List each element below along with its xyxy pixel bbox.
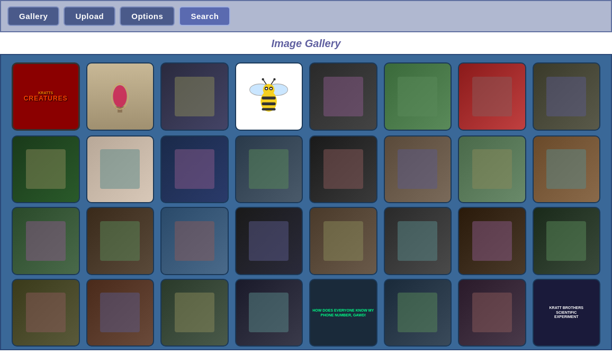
- top-nav-bar: Gallery Upload Options Search: [0, 0, 612, 32]
- thumbnail-7[interactable]: [458, 62, 526, 131]
- svg-rect-7: [262, 96, 276, 99]
- thumbnail-10[interactable]: [86, 135, 155, 204]
- svg-point-16: [262, 78, 264, 80]
- thumbnail-18[interactable]: [86, 207, 155, 275]
- thumbnail-24[interactable]: [533, 207, 601, 275]
- thumbnail-32[interactable]: KRATT BROTHERSSCIENTIFICEXPERIMENT: [533, 279, 601, 347]
- thumbnail-28[interactable]: [235, 279, 303, 347]
- thumbnail-26[interactable]: [86, 279, 155, 347]
- thumbnail-4[interactable]: [235, 62, 303, 131]
- page-title: Image Gallery: [0, 32, 612, 54]
- svg-point-13: [266, 87, 267, 89]
- thumbnail-5[interactable]: [309, 62, 377, 131]
- thumbnail-2[interactable]: [86, 62, 155, 131]
- svg-rect-8: [262, 102, 276, 105]
- thumbnail-19[interactable]: [160, 207, 229, 275]
- thumbnail-3[interactable]: [160, 62, 229, 131]
- search-button[interactable]: Search: [179, 6, 230, 26]
- thumbnail-21[interactable]: [309, 207, 377, 275]
- svg-point-3: [113, 85, 127, 107]
- thumbnail-25[interactable]: [12, 279, 80, 347]
- thumbnail-6[interactable]: [384, 62, 452, 131]
- svg-rect-9: [262, 108, 276, 110]
- thumbnail-31[interactable]: [458, 279, 526, 347]
- thumbnail-27[interactable]: [160, 279, 229, 347]
- thumbnail-14[interactable]: [384, 135, 452, 204]
- upload-button[interactable]: Upload: [64, 6, 115, 26]
- thumbnail-17[interactable]: [12, 207, 80, 275]
- thumbnail-23[interactable]: [458, 207, 526, 275]
- gallery-button[interactable]: Gallery: [7, 6, 59, 26]
- svg-point-10: [263, 84, 275, 95]
- image-gallery: kratts CREATURES: [0, 54, 612, 350]
- svg-point-18: [273, 78, 275, 80]
- thumbnail-12[interactable]: [235, 135, 303, 204]
- thumbnail-9[interactable]: [12, 135, 80, 204]
- thumbnail-20[interactable]: [235, 207, 303, 275]
- thumbnail-13[interactable]: [309, 135, 377, 204]
- options-button[interactable]: Options: [120, 6, 175, 26]
- thumbnail-22[interactable]: [384, 207, 452, 275]
- thumbnail-29[interactable]: HOW DOES EVERYONE KNOW MY PHONE NUMBER, …: [309, 279, 377, 347]
- thumbnail-8[interactable]: [533, 62, 601, 131]
- thumbnail-1[interactable]: kratts CREATURES: [12, 62, 80, 131]
- svg-point-14: [270, 87, 272, 89]
- thumbnail-30[interactable]: [384, 279, 452, 347]
- thumbnail-11[interactable]: [160, 135, 229, 204]
- thumbnail-15[interactable]: [458, 135, 526, 204]
- thumbnail-16[interactable]: [533, 135, 601, 204]
